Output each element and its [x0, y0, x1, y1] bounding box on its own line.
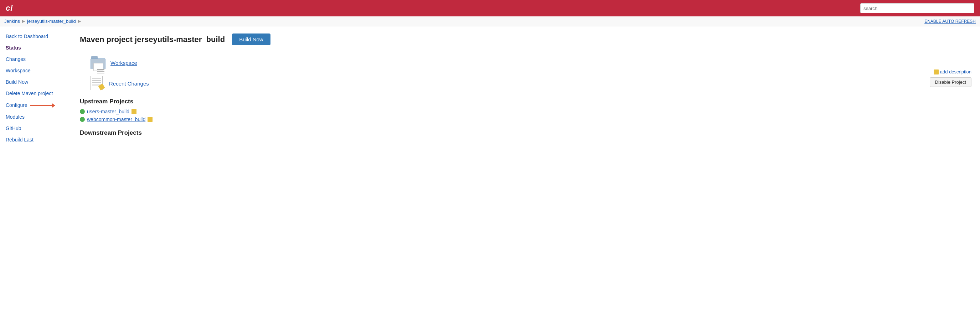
page-title-row: Maven project jerseyutils-master_build B… — [80, 33, 972, 45]
breadcrumb-sep-1: ▶ — [22, 19, 25, 24]
build-now-button[interactable]: Build Now — [232, 33, 270, 45]
icon-links-section: Workspace Recent Ch — [91, 56, 972, 91]
breadcrumb-project[interactable]: jerseyutils-master_build — [27, 19, 76, 24]
main-content: Maven project jerseyutils-master_build B… — [71, 26, 980, 333]
header: ci — [0, 0, 980, 16]
recent-changes-link[interactable]: Recent Changes — [109, 81, 149, 87]
upstream-project-row-0: users-master_build — [80, 109, 972, 114]
recent-changes-row: Recent Changes — [91, 76, 972, 91]
upstream-project-row-1: webcommon-master_build — [80, 116, 972, 122]
upstream-project-edit-icon-1[interactable] — [148, 117, 153, 122]
sidebar-item-workspace[interactable]: Workspace — [0, 65, 71, 76]
search-input[interactable] — [860, 3, 974, 13]
sidebar-item-github[interactable]: GitHub — [0, 122, 71, 134]
status-section-title: Status — [0, 42, 71, 54]
workspace-row: Workspace — [91, 56, 972, 70]
status-dot-green-0 — [80, 109, 85, 114]
downstream-projects-title: Downstream Projects — [80, 129, 972, 137]
breadcrumb-items: Jenkins ▶ jerseyutils-master_build ▶ — [4, 19, 82, 24]
add-description-link[interactable]: add description — [934, 69, 972, 75]
sidebar-item-changes[interactable]: Changes — [0, 54, 71, 65]
recent-changes-doc-icon — [91, 76, 104, 91]
sidebar-item-configure[interactable]: Configure — [0, 99, 71, 111]
page-title: Maven project jerseyutils-master_build — [80, 35, 225, 44]
upstream-project-edit-icon-0[interactable] — [132, 109, 137, 114]
sidebar-item-modules[interactable]: Modules — [0, 111, 71, 122]
upstream-projects-title: Upstream Projects — [80, 98, 972, 105]
sidebar-item-delete-maven[interactable]: Delete Maven project — [0, 88, 71, 99]
ci-logo: ci — [6, 3, 13, 13]
edit-icon — [934, 70, 939, 75]
disable-project-button[interactable]: Disable Project — [930, 77, 972, 87]
upstream-projects-list: users-master_build webcommon-master_buil… — [80, 109, 972, 122]
configure-arrow-icon — [30, 102, 55, 108]
breadcrumb: Jenkins ▶ jerseyutils-master_build ▶ ENA… — [0, 16, 980, 26]
breadcrumb-sep-2: ▶ — [78, 19, 81, 24]
enable-auto-refresh-link[interactable]: ENABLE AUTO REFRESH — [924, 19, 976, 24]
sidebar: Back to Dashboard Status Changes Workspa… — [0, 26, 71, 333]
breadcrumb-jenkins[interactable]: Jenkins — [4, 19, 20, 24]
upstream-project-link-0[interactable]: users-master_build — [87, 109, 129, 114]
workspace-folder-icon — [91, 56, 105, 70]
layout: Back to Dashboard Status Changes Workspa… — [0, 26, 980, 333]
status-dot-green-1 — [80, 117, 85, 122]
sidebar-item-rebuild-last[interactable]: Rebuild Last — [0, 134, 71, 145]
workspace-link[interactable]: Workspace — [110, 60, 137, 66]
top-right-actions: add description Disable Project — [930, 69, 972, 87]
sidebar-item-build-now[interactable]: Build Now — [0, 76, 71, 88]
back-to-dashboard-link[interactable]: Back to Dashboard — [0, 31, 71, 42]
upstream-project-link-1[interactable]: webcommon-master_build — [87, 116, 145, 122]
